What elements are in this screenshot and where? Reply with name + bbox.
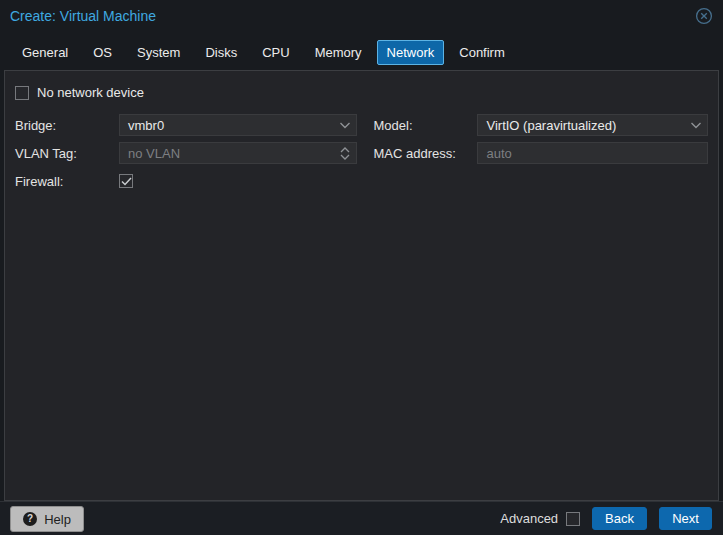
bridge-row: Bridge: vmbr0 xyxy=(15,114,357,136)
model-row: Model: VirtIO (paravirtualized) xyxy=(373,114,708,136)
form-left-column: Bridge: vmbr0 VLAN Tag: no VLAN xyxy=(15,114,357,192)
tab-os[interactable]: OS xyxy=(83,40,122,65)
wizard-tabbar: General OS System Disks CPU Memory Netwo… xyxy=(0,34,723,70)
firewall-row: Firewall: xyxy=(15,170,357,192)
chevron-down-icon xyxy=(690,121,702,129)
firewall-checkbox[interactable] xyxy=(119,174,133,188)
close-icon[interactable] xyxy=(695,7,713,25)
no-network-device-checkbox[interactable] xyxy=(15,86,29,100)
dialog-titlebar: Create: Virtual Machine xyxy=(0,0,723,34)
tab-system[interactable]: System xyxy=(127,40,190,65)
advanced-toggle: Advanced xyxy=(500,511,580,526)
help-button[interactable]: ? Help xyxy=(10,506,84,532)
vlan-tag-value: no VLAN xyxy=(128,146,180,161)
vlan-tag-row: VLAN Tag: no VLAN xyxy=(15,142,357,164)
no-network-device-row: No network device xyxy=(15,85,708,100)
chevron-down-icon xyxy=(339,121,351,129)
bridge-value: vmbr0 xyxy=(128,118,164,133)
vlan-tag-label: VLAN Tag: xyxy=(15,146,119,161)
back-button[interactable]: Back xyxy=(592,507,647,530)
chevron-down-icon xyxy=(340,154,350,160)
chevron-up-icon xyxy=(340,147,350,153)
model-label: Model: xyxy=(373,118,477,133)
checkmark-icon xyxy=(121,177,132,186)
tab-memory[interactable]: Memory xyxy=(305,40,372,65)
dialog-footer: ? Help Advanced Back Next xyxy=(0,501,723,535)
bridge-combobox[interactable]: vmbr0 xyxy=(119,114,357,136)
tab-confirm[interactable]: Confirm xyxy=(449,40,515,65)
bridge-label: Bridge: xyxy=(15,118,119,133)
tab-disks[interactable]: Disks xyxy=(195,40,247,65)
create-vm-dialog: Create: Virtual Machine General OS Syste… xyxy=(0,0,723,535)
next-button[interactable]: Next xyxy=(659,507,712,530)
network-tab-panel: No network device Bridge: vmbr0 xyxy=(4,70,719,501)
no-network-device-label: No network device xyxy=(37,85,144,100)
model-dropdown-trigger[interactable] xyxy=(685,115,707,135)
vlan-tag-spinner-field[interactable]: no VLAN xyxy=(119,142,357,164)
circle-x-icon xyxy=(695,7,713,25)
question-circle-icon: ? xyxy=(23,512,37,526)
bridge-dropdown-trigger[interactable] xyxy=(334,115,356,135)
footer-actions: Advanced Back Next xyxy=(500,502,712,535)
advanced-checkbox[interactable] xyxy=(566,512,580,526)
model-value: VirtIO (paravirtualized) xyxy=(486,118,616,133)
dialog-title: Create: Virtual Machine xyxy=(10,8,156,24)
mac-address-input[interactable] xyxy=(477,142,708,164)
model-combobox[interactable]: VirtIO (paravirtualized) xyxy=(477,114,708,136)
mac-address-label: MAC address: xyxy=(373,146,477,161)
form-right-column: Model: VirtIO (paravirtualized) MAC addr… xyxy=(373,114,708,164)
mac-address-row: MAC address: xyxy=(373,142,708,164)
firewall-label: Firewall: xyxy=(15,174,119,189)
vlan-tag-spinner-trigger[interactable] xyxy=(334,143,356,163)
tab-network[interactable]: Network xyxy=(377,40,445,65)
help-button-label: Help xyxy=(44,512,71,527)
advanced-label: Advanced xyxy=(500,511,558,526)
tab-general[interactable]: General xyxy=(12,40,78,65)
tab-cpu[interactable]: CPU xyxy=(252,40,299,65)
network-form: Bridge: vmbr0 VLAN Tag: no VLAN xyxy=(15,114,708,192)
